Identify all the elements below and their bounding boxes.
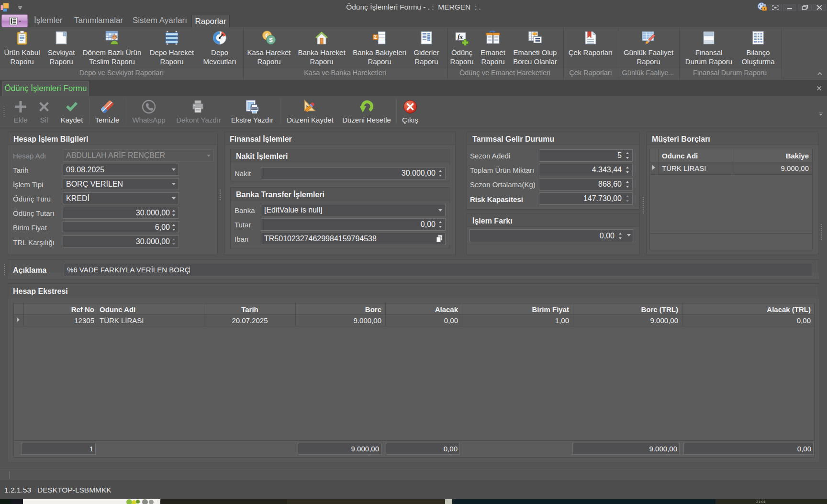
svg-text:fx: fx [458, 33, 463, 40]
svg-text:$: $ [269, 36, 273, 44]
svg-text:Σ: Σ [374, 34, 377, 40]
